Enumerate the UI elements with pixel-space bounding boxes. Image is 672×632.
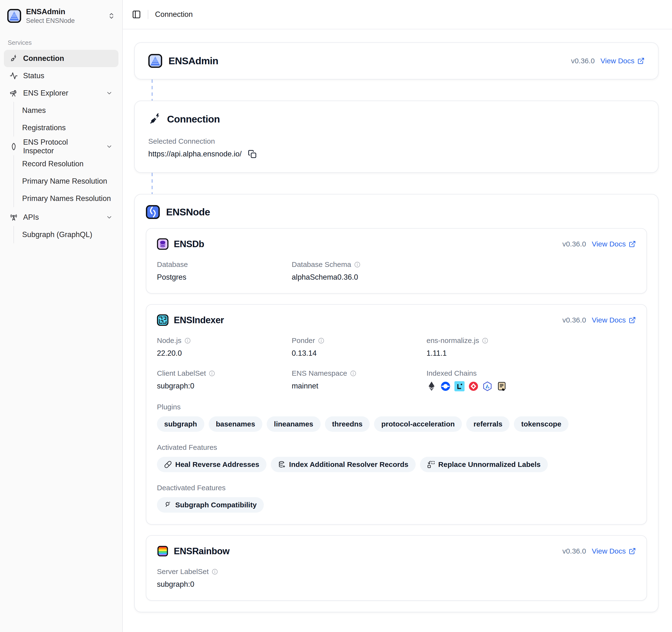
- chain-scroll-icon: [496, 381, 506, 391]
- feature-badge: Replace Unnormalized Labels: [420, 457, 548, 472]
- app-title: ENSAdmin: [26, 7, 75, 16]
- ens-namespace-value: mainnet: [292, 382, 427, 390]
- ensnode-icon: [146, 205, 160, 219]
- ens-diamond-icon: [9, 143, 18, 151]
- view-docs-label: View Docs: [592, 547, 626, 555]
- client-labelset-value: subgraph:0: [157, 382, 292, 390]
- indexed-chains-label: Indexed Chains: [427, 369, 477, 378]
- sidebar-item-label: Primary Name Resolution: [22, 177, 107, 186]
- sidebar-item-ens-explorer[interactable]: ENS Explorer: [4, 84, 118, 102]
- ensnode-card: ENSNode ENSDb: [134, 194, 658, 612]
- chevron-down-icon: [106, 143, 113, 150]
- sidebar-toggle-button[interactable]: [132, 10, 141, 19]
- activated-features-label: Activated Features: [157, 443, 636, 452]
- connector-line: [152, 79, 152, 101]
- protocol-inspector-submenu: Record Resolution Primary Name Resolutio…: [14, 155, 118, 207]
- topbar-divider: [148, 10, 148, 19]
- info-icon[interactable]: [350, 370, 357, 376]
- ensdb-icon: [157, 238, 168, 250]
- sidebar-item-label: ENS Explorer: [23, 89, 68, 97]
- sidebar-item-registrations[interactable]: Registrations: [21, 119, 118, 137]
- ensrainbow-version: v0.36.0: [562, 547, 586, 555]
- sidebar-item-record-resolution[interactable]: Record Resolution: [21, 155, 118, 173]
- field-ens-normalize: ens-normalize.js 1.11.1: [427, 337, 636, 358]
- field-database: Database Postgres: [157, 261, 292, 282]
- sidebar-item-label: Registrations: [22, 123, 66, 132]
- chain-optimism-icon: [469, 381, 479, 391]
- ensrainbow-view-docs-link[interactable]: View Docs: [592, 547, 636, 555]
- database-schema-value: alphaSchema0.36.0: [292, 273, 427, 282]
- info-icon[interactable]: [184, 337, 191, 344]
- sidebar-item-label: Record Resolution: [22, 160, 83, 168]
- selected-connection-label: Selected Connection: [148, 137, 645, 145]
- chevron-down-icon: [106, 214, 113, 221]
- sidebar-item-primary-name-resolution[interactable]: Primary Name Resolution: [21, 173, 118, 190]
- ensadmin-version: v0.36.0: [571, 57, 595, 65]
- ensadmin-logo-icon: [7, 9, 21, 23]
- plugin-badge: threedns: [325, 416, 370, 432]
- field-database-schema: Database Schema alphaSchema0.36.0: [292, 261, 427, 282]
- sidebar-item-label: APIs: [23, 213, 39, 222]
- plugin-badge: basenames: [209, 416, 262, 432]
- sidebar-item-apis[interactable]: APIs: [4, 209, 118, 226]
- ponder-value: 0.13.14: [292, 349, 427, 358]
- content: ENSAdmin v0.36.0 View Docs: [123, 29, 672, 632]
- feature-badge: Subgraph Compatibility: [157, 497, 264, 513]
- ens-namespace-label: ENS Namespace: [292, 369, 347, 378]
- external-link-icon: [637, 57, 645, 65]
- ensrainbow-card: ENSRainbow v0.36.0 View Docs: [146, 535, 647, 601]
- field-indexed-chains: Indexed Chains: [427, 369, 636, 391]
- ensdb-view-docs-link[interactable]: View Docs: [592, 240, 636, 248]
- sidebar-item-label: Primary Names Resolution: [22, 194, 111, 203]
- plugins-label: Plugins: [157, 403, 636, 411]
- ensadmin-card-title: ENSAdmin: [168, 55, 218, 67]
- connection-url: https://api.alpha.ensnode.io/: [148, 150, 242, 159]
- feature-label: Subgraph Compatibility: [175, 501, 257, 509]
- ensadmin-view-docs-link[interactable]: View Docs: [601, 57, 645, 65]
- sidebar-item-subgraph-graphql[interactable]: Subgraph (GraphQL): [21, 226, 118, 243]
- sidebar-item-ens-protocol-inspector[interactable]: ENS Protocol Inspector: [4, 138, 118, 155]
- chain-ethereum-icon: [427, 381, 437, 391]
- info-icon[interactable]: [318, 337, 325, 344]
- chain-linea-icon: [454, 381, 464, 391]
- ensindexer-title: ENSIndexer: [174, 315, 224, 325]
- ensindexer-icon: [157, 314, 168, 326]
- sidebar-item-status[interactable]: Status: [4, 67, 118, 84]
- client-labelset-label: Client LabelSet: [157, 369, 206, 378]
- radio-tower-icon: [9, 213, 18, 221]
- ens-explorer-submenu: Names Registrations: [14, 102, 118, 137]
- info-icon[interactable]: [354, 261, 361, 268]
- feature-label: Index Additional Resolver Records: [289, 460, 408, 468]
- connector-line: [152, 173, 152, 194]
- server-labelset-label: Server LabelSet: [157, 567, 209, 576]
- ensnode-selector[interactable]: ENSAdmin Select ENSNode: [4, 5, 118, 26]
- deactivated-features-section: Deactivated Features Subgraph Compatibil…: [157, 484, 636, 513]
- sidebar-item-names[interactable]: Names: [21, 102, 118, 119]
- apis-submenu: Subgraph (GraphQL): [14, 226, 118, 243]
- sidebar-item-primary-names-resolution[interactable]: Primary Names Resolution: [21, 190, 118, 207]
- sidebar-item-connection[interactable]: Connection: [4, 50, 118, 67]
- activity-icon: [9, 72, 18, 80]
- sidebar-item-label: Names: [22, 106, 46, 115]
- info-icon[interactable]: [209, 370, 215, 376]
- ensindexer-view-docs-link[interactable]: View Docs: [592, 316, 636, 324]
- info-icon[interactable]: [212, 568, 218, 575]
- view-docs-label: View Docs: [592, 316, 626, 324]
- services-section-label: Services: [8, 39, 118, 46]
- telescope-icon: [9, 89, 18, 97]
- sidebar-item-label: Subgraph (GraphQL): [22, 230, 92, 239]
- database-value: Postgres: [157, 273, 292, 282]
- chevrons-up-down-icon[interactable]: [108, 12, 115, 20]
- info-icon[interactable]: [482, 337, 488, 344]
- copy-icon[interactable]: [248, 150, 257, 159]
- plugin-badge: tokenscope: [514, 416, 569, 432]
- activated-features-section: Activated Features Heal Reverse Addresse…: [157, 443, 636, 472]
- ponder-label: Ponder: [292, 337, 315, 345]
- sidebar-item-label: Connection: [23, 54, 64, 63]
- nodejs-value: 22.20.0: [157, 349, 292, 358]
- plugin-badge: referrals: [466, 416, 509, 432]
- plugin-badge: lineanames: [267, 416, 320, 432]
- pill-icon: [164, 461, 172, 468]
- ensindexer-card: ENSIndexer v0.36.0 View Docs: [146, 304, 647, 525]
- external-link-icon: [629, 548, 636, 555]
